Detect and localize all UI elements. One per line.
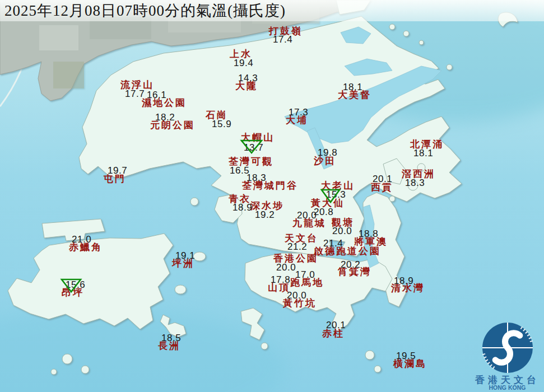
port-shelter-islet-3 <box>389 196 395 202</box>
ne-islet-2 <box>403 31 409 36</box>
port-shelter-islet-2 <box>417 164 425 171</box>
soko-islet-2 <box>81 366 89 374</box>
page-title: 2025年12月08日07時00分的氣溫(攝氏度) <box>0 1 286 21</box>
hei-ling-chau-island <box>175 285 186 294</box>
hko-temperature-map: 打鼓嶺17.4上水19.4大隴14.3流浮山17.7濕地公園16.1元朗公園18… <box>0 0 544 392</box>
peng-chau-island <box>193 252 206 261</box>
ne-islet-3 <box>419 40 424 45</box>
soko-islet-3 <box>51 369 57 375</box>
po-toi-islet-2 <box>374 366 381 372</box>
po-toi-islet-1 <box>365 351 374 360</box>
map-canvas <box>0 0 544 392</box>
port-shelter-islet-1 <box>408 180 418 190</box>
ma-wan-island <box>190 198 198 206</box>
soko-islet-1 <box>62 354 72 364</box>
tap-mun-islet <box>447 64 452 70</box>
ne-islet-1 <box>389 24 395 30</box>
lamma-south-islet <box>261 343 268 349</box>
title-bar: 2025年12月08日07時00分的氣溫(攝氏度) <box>0 0 544 21</box>
